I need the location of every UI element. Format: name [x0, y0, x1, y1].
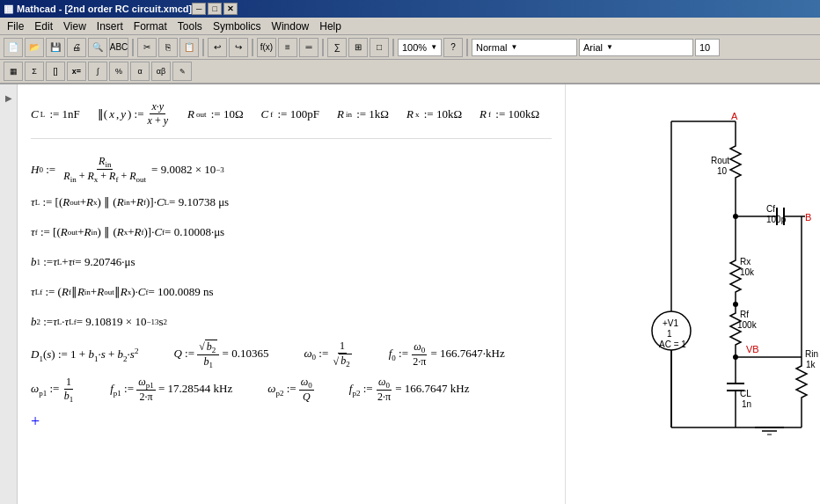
calc-btn[interactable]: ∑: [327, 38, 347, 57]
tb2-btn8[interactable]: αβ: [151, 62, 171, 81]
tb2-btn7[interactable]: α: [130, 62, 150, 81]
menu-bar: File Edit View Insert Format Tools Symbo…: [0, 18, 820, 35]
style-dropdown[interactable]: Normal▼: [472, 39, 577, 56]
redo-btn[interactable]: ↪: [229, 38, 248, 57]
add-region-btn[interactable]: +: [31, 413, 552, 431]
var-fxy: ‖(x,y) := x·y x + y: [98, 100, 170, 128]
menu-format[interactable]: Format: [128, 18, 172, 34]
menu-window[interactable]: Window: [267, 18, 315, 34]
eq-fp2: fp2 := ω0 2·π = 166.7647 kHz: [349, 376, 470, 404]
font-dropdown[interactable]: Arial▼: [579, 39, 693, 56]
close-btn[interactable]: ✕: [223, 3, 238, 15]
eq-omegap2: ωp2 := ω0 Q: [267, 376, 314, 404]
var-Rout: Rout := 10Ω: [187, 107, 244, 121]
insert-math-btn[interactable]: f(x): [257, 38, 276, 57]
worksheet[interactable]: CL := 1nF ‖(x,y) := x·y x + y Rout := 10…: [18, 84, 565, 504]
copy-btn[interactable]: ⎘: [158, 38, 178, 57]
tb2-btn9[interactable]: ✎: [172, 62, 192, 81]
margin-indicator: ▶: [5, 93, 12, 103]
zoom-dropdown[interactable]: 100%▼: [398, 39, 442, 56]
title-bar: ▦ Mathcad - [2nd order RC circuit.xmcd] …: [0, 0, 820, 18]
tb2-btn3[interactable]: []: [46, 62, 65, 81]
toolbar-2: ▦ Σ [] x= ∫ % α αβ ✎: [0, 60, 820, 84]
new-btn[interactable]: 📄: [4, 38, 23, 57]
eq-b1: b1 := τL + τf = 9.20746·μs: [31, 250, 552, 274]
menu-help[interactable]: Help: [314, 18, 347, 34]
title-icon: ▦: [4, 3, 13, 15]
eq-H0: H0 := Rin Rin + Rx + Rf + Rout = 9.0082 …: [31, 155, 552, 185]
menu-edit[interactable]: Edit: [29, 18, 58, 34]
eq-D1-row: D1(s) := 1 + b1·s + b2·s2 Q := √b2 b1 = …: [31, 340, 552, 370]
var-Rf: Rf := 100kΩ: [480, 107, 539, 121]
var-Cf: Cf := 100pF: [261, 107, 319, 121]
eq-poles-row: ωp1 := 1 b1 fp1 := ωp1 2·π = 17.28544 kH…: [31, 376, 552, 404]
maximize-btn[interactable]: □: [208, 3, 222, 15]
svg-text:B: B: [805, 212, 811, 223]
svg-text:A: A: [731, 111, 738, 121]
menu-view[interactable]: View: [58, 18, 92, 34]
matrix-btn[interactable]: ⊞: [348, 38, 368, 57]
paste-btn[interactable]: 📋: [179, 38, 199, 57]
eq-D1: D1(s) := 1 + b1·s + b2·s2: [31, 347, 138, 363]
equations-area: H0 := Rin Rin + Rx + Rf + Rout = 9.0082 …: [31, 139, 552, 438]
tb2-btn5[interactable]: ∫: [88, 62, 107, 81]
svg-text:VB: VB: [746, 344, 759, 354]
svg-text:10: 10: [717, 166, 728, 176]
eq-f0: f0 := ω0 2·π = 166.7647·kHz: [389, 340, 505, 369]
tb2-btn4[interactable]: x=: [67, 62, 86, 81]
svg-text:Rf: Rf: [740, 310, 749, 319]
svg-text:1: 1: [667, 329, 672, 339]
menu-symbolics[interactable]: Symbolics: [208, 18, 267, 34]
tb2-btn2[interactable]: Σ: [25, 62, 44, 81]
resource-btn[interactable]: □: [370, 38, 389, 57]
menu-file[interactable]: File: [2, 18, 29, 34]
eq-b2: b2 := τL·τLf = 9.10819 × 10−13 s2: [31, 310, 552, 334]
svg-text:10k: 10k: [740, 267, 755, 277]
spell-btn[interactable]: ABC: [109, 38, 128, 57]
eq-omegap1: ωp1 := 1 b1: [31, 376, 75, 404]
left-margin: ▶: [0, 84, 18, 504]
svg-text:Rout: Rout: [711, 156, 729, 165]
circuit-svg: A Rout 10 Cf 100p: [575, 93, 820, 480]
eq-Q: Q := √b2 b1 = 0.10365: [173, 340, 268, 370]
svg-text:1k: 1k: [806, 360, 816, 369]
eq-tauf: τf := [(Rout + Rin) ∥ (Rx + Rf)]·Cf = 0.…: [31, 220, 552, 245]
var-CL: CL := 1nF: [31, 107, 80, 121]
svg-text:AC = 1: AC = 1: [659, 340, 686, 349]
size-dropdown[interactable]: 10: [695, 39, 720, 56]
eq-tauLf: τLf := (Rf ∥ Rin + Rout ∥ Rx)·Cf = 100.0…: [31, 280, 552, 304]
svg-text:1n: 1n: [742, 399, 751, 409]
main-area: ▶ CL := 1nF ‖(x,y) := x·y x + y Rout := …: [0, 84, 820, 504]
toolbar-1: 📄 📂 💾 🖨 🔍 ABC ✂ ⎘ 📋 ↩ ↪ f(x) ≡ ═ ∑ ⊞ □ 1…: [0, 35, 820, 60]
circuit-area: A Rout 10 Cf 100p: [565, 84, 820, 504]
eq-tauL: τL := [(Rout + Rx) ∥ (Rin + Rf)]·CL = 9.…: [31, 190, 552, 215]
menu-tools[interactable]: Tools: [172, 18, 208, 34]
svg-text:Cf: Cf: [766, 204, 775, 214]
help-btn[interactable]: ?: [443, 38, 463, 57]
open-btn[interactable]: 📂: [25, 38, 44, 57]
print-btn[interactable]: 🖨: [67, 38, 86, 57]
svg-point-43: [733, 302, 738, 307]
svg-text:Rin: Rin: [805, 349, 818, 359]
var-Rx: Rx := 10kΩ: [406, 107, 462, 121]
tb2-btn6[interactable]: %: [109, 62, 128, 81]
minimize-btn[interactable]: ─: [192, 3, 206, 15]
eq-fp1: fp1 := ωp1 2·π = 17.28544 kHz: [110, 376, 232, 404]
print-preview-btn[interactable]: 🔍: [88, 38, 107, 57]
svg-text:+V1: +V1: [663, 318, 679, 328]
title-text: Mathcad - [2nd order RC circuit.xmcd]: [17, 4, 192, 14]
var-Rin: Rin := 1kΩ: [337, 107, 389, 121]
menu-insert[interactable]: Insert: [92, 18, 128, 34]
undo-btn[interactable]: ↩: [208, 38, 227, 57]
svg-text:Rx: Rx: [740, 257, 750, 267]
tb2-btn1[interactable]: ▦: [4, 62, 23, 81]
insert-btn2[interactable]: ≡: [278, 38, 297, 57]
eq-omega0: ω0 := 1 √b2: [304, 340, 353, 369]
cut-btn[interactable]: ✂: [137, 38, 157, 57]
var-defs-row: CL := 1nF ‖(x,y) := x·y x + y Rout := 10…: [31, 93, 552, 139]
save-btn[interactable]: 💾: [46, 38, 65, 57]
insert-btn3[interactable]: ═: [299, 38, 318, 57]
